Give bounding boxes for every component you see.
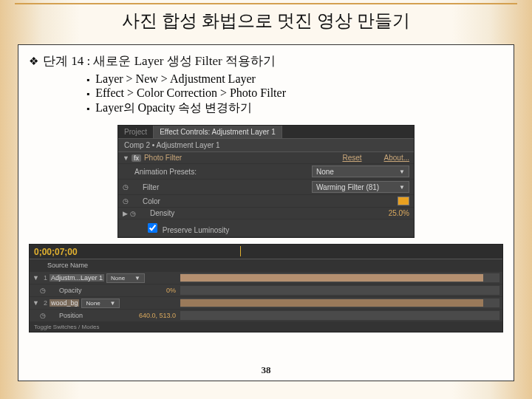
presets-dropdown[interactable]: None▼ xyxy=(312,166,409,177)
chevron-down-icon: ▼ xyxy=(399,184,405,191)
bullet-item: Layer의 Opacity 속성 변경하기 xyxy=(86,100,503,116)
tab-effect-controls[interactable]: Effect Controls: Adjustment Layer 1 xyxy=(154,126,282,138)
timeline-panel: 0;00;07;00 Source Name ▼ 1 Adjustm...Lay… xyxy=(29,244,503,332)
density-label: Density xyxy=(150,209,389,217)
content-box: 단계 14 : 새로운 Layer 생성 Filter 적용하기 Layer >… xyxy=(18,44,514,381)
disclosure-triangle-icon[interactable]: ▼ xyxy=(123,154,129,162)
page-number: 38 xyxy=(18,364,514,376)
disclosure-triangle-icon[interactable]: ▼ xyxy=(33,274,39,282)
slide-title: 사진 합성 화법으로 멋진 영상 만들기 xyxy=(0,0,532,38)
mode-dropdown[interactable]: None▼ xyxy=(106,273,145,283)
effect-name: Photo Filter xyxy=(144,154,342,162)
step-bullets: Layer > New > Adjustment Layer Effect > … xyxy=(57,72,503,116)
opacity-value[interactable]: 0% xyxy=(166,287,176,294)
fx-badge: fx xyxy=(132,154,141,162)
stopwatch-icon[interactable]: ◷ xyxy=(123,183,129,191)
position-label: Position xyxy=(59,312,83,319)
presets-label: Animation Presets: xyxy=(134,168,312,176)
toggle-switches[interactable]: Toggle Switches / Modes xyxy=(34,324,100,330)
header-source: Source Name xyxy=(47,262,88,269)
stopwatch-icon[interactable]: ◷ xyxy=(123,197,129,205)
disclosure-triangle-icon[interactable]: ▼ xyxy=(33,299,39,307)
layer-track[interactable] xyxy=(180,299,499,307)
layer-name[interactable]: wood_bg xyxy=(50,299,80,307)
disclosure-triangle-icon[interactable]: ▶ xyxy=(123,210,128,217)
preserve-label: Preserve Luminosity xyxy=(163,226,230,234)
about-link[interactable]: About... xyxy=(384,154,409,162)
bullet-item: Layer > New > Adjustment Layer xyxy=(86,72,503,86)
playhead-icon[interactable] xyxy=(240,246,241,256)
layer-track[interactable] xyxy=(180,273,499,282)
reset-link[interactable]: Reset xyxy=(342,154,361,162)
preserve-lum-row: Preserve Luminosity xyxy=(145,221,409,235)
position-value[interactable]: 640.0, 513.0 xyxy=(139,312,176,319)
effect-controls-panel: Project Effect Controls: Adjustment Laye… xyxy=(117,125,415,238)
filter-label: Filter xyxy=(143,183,312,191)
stopwatch-icon[interactable]: ◷ xyxy=(40,287,46,294)
layer-number: 2 xyxy=(44,299,47,307)
stopwatch-icon[interactable]: ◷ xyxy=(130,210,136,217)
keyframe-track[interactable] xyxy=(180,311,499,320)
color-label: Color xyxy=(143,197,398,205)
step-heading: 단계 14 : 새로운 Layer 생성 Filter 적용하기 xyxy=(29,52,503,69)
tab-project[interactable]: Project xyxy=(118,126,154,138)
filter-dropdown[interactable]: Warming Filter (81)▼ xyxy=(312,181,409,193)
mode-dropdown[interactable]: None▼ xyxy=(81,299,120,308)
current-timecode[interactable]: 0;00;07;00 xyxy=(34,247,78,257)
opacity-label: Opacity xyxy=(59,287,82,294)
color-swatch[interactable] xyxy=(398,197,409,205)
chevron-down-icon: ▼ xyxy=(399,168,405,175)
layer-number: 1 xyxy=(44,274,47,282)
layer-name[interactable]: Adjustm...Layer 1 xyxy=(50,274,104,282)
ec-breadcrumb: Comp 2 • Adjustment Layer 1 xyxy=(118,139,414,152)
density-value[interactable]: 25.0% xyxy=(389,209,409,217)
bullet-item: Effect > Color Correction > Photo Filter xyxy=(86,86,503,100)
preserve-checkbox[interactable] xyxy=(148,223,157,233)
keyframe-track[interactable] xyxy=(180,286,499,295)
stopwatch-icon[interactable]: ◷ xyxy=(40,312,46,319)
